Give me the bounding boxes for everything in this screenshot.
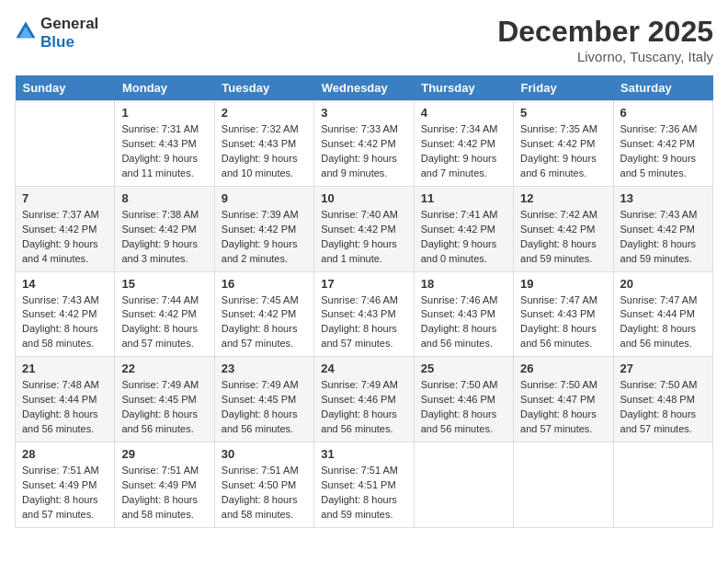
day-number: 15: [121, 277, 207, 291]
cell-info: Sunrise: 7:48 AMSunset: 4:44 PMDaylight:…: [22, 378, 108, 437]
day-number: 27: [620, 362, 706, 375]
day-number: 22: [121, 362, 207, 375]
calendar-cell: 24Sunrise: 7:49 AMSunset: 4:46 PMDayligh…: [314, 357, 414, 442]
weekday-header: Sunday: [16, 75, 115, 101]
weekday-header: Saturday: [613, 75, 712, 101]
calendar-cell: 19Sunrise: 7:47 AMSunset: 4:43 PMDayligh…: [514, 271, 613, 357]
day-number: 12: [520, 191, 606, 205]
cell-info: Sunrise: 7:44 AMSunset: 4:42 PMDaylight:…: [121, 293, 207, 352]
calendar-cell: [514, 442, 613, 528]
cell-info: Sunrise: 7:50 AMSunset: 4:47 PMDaylight:…: [520, 378, 606, 437]
day-number: 3: [321, 106, 406, 120]
calendar-cell: 21Sunrise: 7:48 AMSunset: 4:44 PMDayligh…: [16, 357, 115, 442]
cell-info: Sunrise: 7:50 AMSunset: 4:48 PMDaylight:…: [620, 378, 706, 437]
day-number: 13: [620, 191, 706, 205]
cell-info: Sunrise: 7:43 AMSunset: 4:42 PMDaylight:…: [620, 208, 706, 267]
cell-info: Sunrise: 7:51 AMSunset: 4:49 PMDaylight:…: [22, 464, 108, 523]
calendar-cell: 25Sunrise: 7:50 AMSunset: 4:46 PMDayligh…: [414, 357, 513, 442]
cell-info: Sunrise: 7:34 AMSunset: 4:42 PMDaylight:…: [421, 122, 506, 181]
day-number: 29: [121, 447, 207, 461]
calendar-cell: 29Sunrise: 7:51 AMSunset: 4:49 PMDayligh…: [115, 442, 214, 528]
cell-info: Sunrise: 7:38 AMSunset: 4:42 PMDaylight:…: [121, 208, 207, 267]
cell-info: Sunrise: 7:46 AMSunset: 4:43 PMDaylight:…: [321, 293, 406, 352]
calendar-cell: 7Sunrise: 7:37 AMSunset: 4:42 PMDaylight…: [16, 186, 115, 271]
cell-info: Sunrise: 7:49 AMSunset: 4:46 PMDaylight:…: [321, 378, 406, 437]
day-number: 11: [421, 191, 506, 205]
calendar-cell: 18Sunrise: 7:46 AMSunset: 4:43 PMDayligh…: [414, 271, 513, 357]
day-number: 10: [321, 191, 406, 205]
cell-info: Sunrise: 7:49 AMSunset: 4:45 PMDaylight:…: [121, 378, 207, 437]
calendar-cell: 12Sunrise: 7:42 AMSunset: 4:42 PMDayligh…: [514, 186, 613, 271]
weekday-header: Friday: [514, 75, 613, 101]
cell-info: Sunrise: 7:51 AMSunset: 4:50 PMDaylight:…: [222, 464, 307, 523]
calendar-cell: 10Sunrise: 7:40 AMSunset: 4:42 PMDayligh…: [314, 186, 414, 271]
calendar-cell: [16, 101, 115, 187]
calendar-cell: [414, 442, 513, 528]
cell-info: Sunrise: 7:42 AMSunset: 4:42 PMDaylight:…: [520, 208, 606, 267]
calendar-cell: 30Sunrise: 7:51 AMSunset: 4:50 PMDayligh…: [214, 442, 313, 528]
logo: General Blue: [15, 15, 98, 52]
logo-blue: Blue: [40, 33, 74, 51]
day-number: 16: [222, 277, 307, 291]
day-number: 8: [121, 191, 207, 205]
calendar-cell: 27Sunrise: 7:50 AMSunset: 4:48 PMDayligh…: [613, 357, 712, 442]
cell-info: Sunrise: 7:41 AMSunset: 4:42 PMDaylight:…: [421, 208, 506, 267]
cell-info: Sunrise: 7:45 AMSunset: 4:42 PMDaylight:…: [222, 293, 307, 352]
calendar-cell: [613, 442, 712, 528]
calendar-cell: 6Sunrise: 7:36 AMSunset: 4:42 PMDaylight…: [613, 101, 712, 187]
day-number: 7: [22, 191, 108, 205]
calendar-cell: 3Sunrise: 7:33 AMSunset: 4:42 PMDaylight…: [314, 101, 414, 187]
cell-info: Sunrise: 7:36 AMSunset: 4:42 PMDaylight:…: [620, 122, 706, 181]
title-block: December 2025 Livorno, Tuscany, Italy: [497, 15, 713, 64]
calendar-cell: 23Sunrise: 7:49 AMSunset: 4:45 PMDayligh…: [214, 357, 313, 442]
calendar-week-row: 14Sunrise: 7:43 AMSunset: 4:42 PMDayligh…: [16, 271, 713, 357]
day-number: 21: [22, 362, 108, 375]
day-number: 17: [321, 277, 406, 291]
day-number: 24: [321, 362, 406, 375]
calendar-cell: 5Sunrise: 7:35 AMSunset: 4:42 PMDaylight…: [514, 101, 613, 187]
day-number: 4: [421, 106, 506, 120]
cell-info: Sunrise: 7:31 AMSunset: 4:43 PMDaylight:…: [121, 122, 207, 181]
calendar-week-row: 28Sunrise: 7:51 AMSunset: 4:49 PMDayligh…: [16, 442, 713, 528]
cell-info: Sunrise: 7:43 AMSunset: 4:42 PMDaylight:…: [22, 293, 108, 352]
day-number: 1: [121, 106, 207, 120]
calendar-cell: 2Sunrise: 7:32 AMSunset: 4:43 PMDaylight…: [214, 101, 313, 187]
cell-info: Sunrise: 7:35 AMSunset: 4:42 PMDaylight:…: [520, 122, 606, 181]
cell-info: Sunrise: 7:33 AMSunset: 4:42 PMDaylight:…: [321, 122, 406, 181]
calendar-cell: 4Sunrise: 7:34 AMSunset: 4:42 PMDaylight…: [414, 101, 513, 187]
calendar-week-row: 1Sunrise: 7:31 AMSunset: 4:43 PMDaylight…: [16, 101, 713, 187]
weekday-header: Monday: [115, 75, 214, 101]
month-title: December 2025: [497, 15, 713, 49]
day-number: 28: [22, 447, 108, 461]
page-header: General Blue December 2025 Livorno, Tusc…: [15, 15, 713, 64]
calendar-cell: 17Sunrise: 7:46 AMSunset: 4:43 PMDayligh…: [314, 271, 414, 357]
weekday-header: Tuesday: [214, 75, 313, 101]
cell-info: Sunrise: 7:47 AMSunset: 4:44 PMDaylight:…: [620, 293, 706, 352]
cell-info: Sunrise: 7:49 AMSunset: 4:45 PMDaylight:…: [222, 378, 307, 437]
calendar-cell: 26Sunrise: 7:50 AMSunset: 4:47 PMDayligh…: [514, 357, 613, 442]
day-number: 25: [421, 362, 506, 375]
calendar-cell: 8Sunrise: 7:38 AMSunset: 4:42 PMDaylight…: [115, 186, 214, 271]
day-number: 26: [520, 362, 606, 375]
cell-info: Sunrise: 7:47 AMSunset: 4:43 PMDaylight:…: [520, 293, 606, 352]
day-number: 2: [222, 106, 307, 120]
day-number: 19: [520, 277, 606, 291]
day-number: 5: [520, 106, 606, 120]
day-number: 20: [620, 277, 706, 291]
calendar-cell: 14Sunrise: 7:43 AMSunset: 4:42 PMDayligh…: [16, 271, 115, 357]
weekday-header-row: SundayMondayTuesdayWednesdayThursdayFrid…: [16, 75, 713, 101]
calendar-cell: 1Sunrise: 7:31 AMSunset: 4:43 PMDaylight…: [115, 101, 214, 187]
day-number: 30: [222, 447, 307, 461]
calendar-cell: 20Sunrise: 7:47 AMSunset: 4:44 PMDayligh…: [613, 271, 712, 357]
cell-info: Sunrise: 7:51 AMSunset: 4:51 PMDaylight:…: [321, 464, 406, 523]
day-number: 18: [421, 277, 506, 291]
calendar-cell: 11Sunrise: 7:41 AMSunset: 4:42 PMDayligh…: [414, 186, 513, 271]
calendar-week-row: 21Sunrise: 7:48 AMSunset: 4:44 PMDayligh…: [16, 357, 713, 442]
weekday-header: Wednesday: [314, 75, 414, 101]
calendar-cell: 9Sunrise: 7:39 AMSunset: 4:42 PMDaylight…: [214, 186, 313, 271]
cell-info: Sunrise: 7:51 AMSunset: 4:49 PMDaylight:…: [121, 464, 207, 523]
calendar-cell: 28Sunrise: 7:51 AMSunset: 4:49 PMDayligh…: [16, 442, 115, 528]
calendar-week-row: 7Sunrise: 7:37 AMSunset: 4:42 PMDaylight…: [16, 186, 713, 271]
calendar-cell: 22Sunrise: 7:49 AMSunset: 4:45 PMDayligh…: [115, 357, 214, 442]
calendar-cell: 15Sunrise: 7:44 AMSunset: 4:42 PMDayligh…: [115, 271, 214, 357]
